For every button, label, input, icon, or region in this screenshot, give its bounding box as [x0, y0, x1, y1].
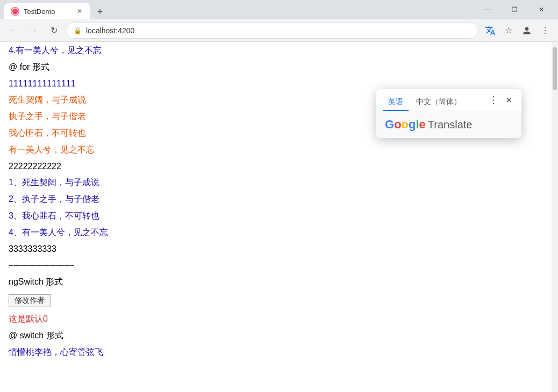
- content-separator: ----------------------------: [9, 258, 543, 273]
- translate-logo: Google Translate: [385, 118, 513, 132]
- address-bar: ← → ↻ 🔒 localhost:4200 ☆ ⋮: [0, 19, 558, 42]
- translate-icon[interactable]: [482, 22, 499, 39]
- menu-icon[interactable]: ⋮: [536, 22, 554, 39]
- content-line-10: 2、执子之手，与子偕老: [9, 192, 543, 207]
- maximize-button[interactable]: ❐: [502, 0, 527, 19]
- reload-button[interactable]: ↻: [45, 22, 62, 39]
- profile-icon[interactable]: [518, 22, 535, 39]
- scrollbar[interactable]: [552, 42, 558, 392]
- translate-popup-body: Google Translate: [376, 111, 521, 138]
- browser-frame: TestDemo ✕ + — ❐ ✕ ← → ↻ 🔒 localhost:420…: [0, 0, 558, 392]
- content-line-13: 3333333333: [9, 242, 543, 257]
- browser-tab[interactable]: TestDemo ✕: [4, 3, 90, 19]
- content-line-8: 22222222222: [9, 159, 543, 175]
- content-line-7: 有一美人兮，见之不忘: [9, 142, 543, 158]
- back-button[interactable]: ←: [4, 22, 22, 39]
- tab-title: TestDemo: [24, 8, 71, 16]
- content-line-9: 1、死生契阔，与子成说: [9, 175, 543, 191]
- content-line-11: 3、我心匪石，不可转也: [9, 208, 543, 224]
- content-line-16: @ switch 形式: [9, 328, 543, 344]
- translate-close-button[interactable]: ✕: [502, 93, 515, 106]
- tab-close-button[interactable]: ✕: [75, 7, 84, 16]
- lock-icon: 🔒: [74, 27, 82, 34]
- content-line-12: 4、有一美人兮，见之不忘: [9, 225, 543, 241]
- url-text: localhost:4200: [86, 26, 134, 35]
- minimize-button[interactable]: —: [475, 0, 500, 19]
- window-controls: — ❐ ✕: [475, 0, 554, 19]
- translate-popup: 英语 中文（简体） ⋮ ✕ Google Translate: [376, 89, 521, 138]
- google-logo-text: Google: [385, 118, 426, 132]
- content-line-2: @ for 形式: [9, 60, 543, 75]
- content-line-1: 4.有一美人兮，见之不忘: [9, 43, 543, 59]
- toolbar-icons: ☆ ⋮: [482, 22, 554, 39]
- close-button[interactable]: ✕: [529, 0, 554, 19]
- address-input[interactable]: 🔒 localhost:4200: [66, 23, 478, 39]
- modify-author-button[interactable]: 修改作者: [9, 294, 51, 307]
- lang-tab-english[interactable]: 英语: [383, 94, 409, 111]
- tab-area: TestDemo ✕ +: [4, 0, 475, 19]
- translate-popup-header: 英语 中文（简体） ⋮ ✕: [376, 89, 521, 111]
- translate-text: Translate: [428, 119, 473, 131]
- content-line-14: ngSwitch 形式: [9, 274, 543, 290]
- page-area: 4.有一美人兮，见之不忘 @ for 形式 11111111111111 死生契…: [0, 42, 558, 392]
- scrollbar-thumb[interactable]: [553, 47, 557, 90]
- content-line-17: 情懵桃李艳，心寄管弦飞: [9, 345, 543, 360]
- new-tab-button[interactable]: +: [92, 4, 108, 19]
- bookmark-icon[interactable]: ☆: [500, 22, 517, 39]
- forward-button[interactable]: →: [25, 22, 42, 39]
- tab-favicon: [11, 7, 19, 16]
- modify-btn-wrapper: 修改作者: [9, 292, 543, 309]
- title-bar: TestDemo ✕ + — ❐ ✕: [0, 0, 558, 19]
- lang-tab-chinese[interactable]: 中文（简体）: [411, 94, 467, 111]
- translate-more-button[interactable]: ⋮: [487, 93, 500, 106]
- content-line-15: 这是默认0: [9, 311, 543, 327]
